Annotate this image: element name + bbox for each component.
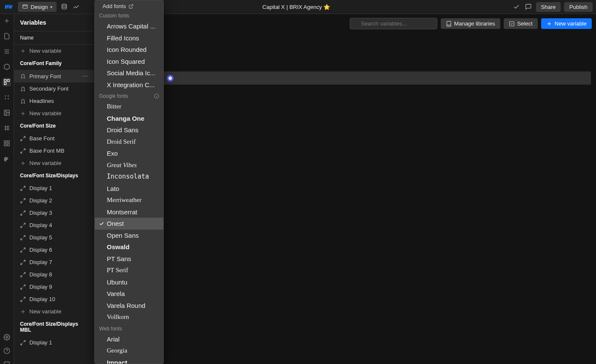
- font-option[interactable]: Changa One: [95, 113, 163, 125]
- svg-rect-8: [4, 80, 6, 82]
- font-option[interactable]: Varela Round: [95, 300, 163, 312]
- svg-line-38: [23, 186, 25, 188]
- variable-row[interactable]: Display 9: [14, 281, 94, 293]
- variable-row[interactable]: Primary Font⋯: [14, 70, 94, 82]
- font-group-google: Google fonts: [95, 91, 163, 101]
- svg-line-33: [21, 139, 23, 141]
- assets-icon[interactable]: [3, 108, 11, 117]
- font-option[interactable]: Oswald: [95, 241, 163, 253]
- database-icon[interactable]: [60, 3, 68, 11]
- font-option[interactable]: Vollkorn: [95, 311, 163, 323]
- font-option[interactable]: X Integration C...: [95, 79, 163, 91]
- variable-row[interactable]: Display 1: [14, 182, 94, 194]
- font-option[interactable]: Exo: [95, 148, 163, 159]
- font-option[interactable]: Ubuntu: [95, 276, 163, 288]
- panel-title: Variables: [14, 14, 94, 31]
- styles-icon[interactable]: [3, 93, 11, 102]
- font-option[interactable]: Filled Icons: [95, 32, 163, 44]
- variable-row[interactable]: Display 8: [14, 268, 94, 281]
- new-variable-row[interactable]: New variable: [14, 45, 94, 57]
- add-fonts-link[interactable]: Add fonts: [95, 0, 163, 10]
- font-group-web: Web fonts: [95, 323, 163, 333]
- svg-line-60: [23, 340, 25, 342]
- svg-point-16: [6, 111, 7, 113]
- font-dropdown: Add fonts Custom fonts Arrows Capital ..…: [94, 0, 164, 364]
- svg-point-2: [62, 4, 67, 6]
- font-option[interactable]: Social Media Ic...: [95, 67, 163, 79]
- font-option[interactable]: Varela: [95, 288, 163, 300]
- new-variable-row[interactable]: New variable: [14, 157, 94, 169]
- select-button[interactable]: Select: [504, 18, 538, 29]
- variables-icon[interactable]: [3, 78, 11, 86]
- font-option[interactable]: Droid Sans: [95, 124, 163, 136]
- variable-row[interactable]: Base Font MB: [14, 145, 94, 157]
- pages-icon[interactable]: [3, 32, 11, 40]
- add-icon[interactable]: [3, 17, 11, 25]
- design-mode-button[interactable]: Design ▾: [18, 2, 57, 12]
- svg-rect-20: [4, 144, 6, 146]
- variable-row[interactable]: Display 6: [14, 244, 94, 256]
- font-option[interactable]: Impact: [95, 357, 163, 364]
- new-variable-row[interactable]: New variable: [14, 107, 94, 119]
- components-icon[interactable]: [3, 63, 11, 71]
- font-option[interactable]: PT Sans: [95, 253, 163, 265]
- navigator-icon[interactable]: [3, 47, 11, 56]
- apps-icon[interactable]: [3, 139, 11, 148]
- font-option[interactable]: Arrows Capital ...: [95, 20, 163, 32]
- svg-rect-0: [23, 5, 28, 8]
- variable-row[interactable]: Display 2: [14, 194, 94, 207]
- variable-row[interactable]: Display 1: [14, 336, 94, 349]
- font-option[interactable]: Arial: [95, 333, 163, 345]
- font-option[interactable]: Icon Squared: [95, 56, 163, 68]
- font-option[interactable]: Great Vibes: [95, 159, 163, 171]
- svg-line-54: [23, 284, 25, 286]
- variable-row[interactable]: Display 5: [14, 231, 94, 244]
- manage-libraries-button[interactable]: Manage libraries: [441, 18, 500, 29]
- publish-button[interactable]: Publish: [564, 2, 593, 12]
- help-icon[interactable]: [3, 347, 11, 354]
- font-option[interactable]: Georgia: [95, 345, 163, 357]
- variable-group-header: Core/Font Size/Displays: [14, 169, 94, 182]
- variable-row[interactable]: Base Font: [14, 132, 94, 145]
- check-icon[interactable]: [512, 3, 521, 11]
- canvas: Manage libraries Select New variable: [94, 14, 596, 364]
- analytics-icon[interactable]: [72, 3, 80, 11]
- font-option[interactable]: Onest: [95, 218, 163, 230]
- settings-icon[interactable]: [3, 334, 11, 341]
- more-icon[interactable]: ⋯: [82, 73, 88, 80]
- search-input[interactable]: [350, 18, 437, 29]
- webflow-logo-icon[interactable]: [3, 1, 14, 12]
- new-variable-row[interactable]: New variable: [14, 305, 94, 318]
- code-icon[interactable]: {F: [3, 154, 11, 163]
- font-option[interactable]: Open Sans: [95, 230, 163, 242]
- svg-line-47: [21, 238, 23, 240]
- font-option[interactable]: Bitter: [95, 101, 163, 113]
- share-button[interactable]: Share: [536, 2, 561, 12]
- font-group-custom: Custom fonts: [95, 10, 163, 20]
- cms-icon[interactable]: [3, 124, 11, 132]
- variables-panel: Variables Name New variableCore/Font Fam…: [14, 14, 94, 364]
- variable-row[interactable]: Display 7: [14, 256, 94, 268]
- font-option[interactable]: Droid Serif: [95, 136, 163, 148]
- svg-line-34: [23, 148, 25, 150]
- font-option[interactable]: Merriweather: [95, 194, 163, 206]
- chevron-down-icon: ▾: [50, 5, 52, 9]
- font-option[interactable]: Inconsolata: [95, 171, 163, 183]
- variable-row[interactable]: Secondary Font: [14, 82, 94, 95]
- variable-row[interactable]: Display 4: [14, 219, 94, 231]
- font-option[interactable]: Icon Rounded: [95, 44, 163, 56]
- font-option[interactable]: Lato: [95, 183, 163, 195]
- svg-line-44: [23, 223, 25, 225]
- variable-row[interactable]: Display 10: [14, 293, 94, 305]
- svg-line-50: [23, 260, 25, 262]
- font-option[interactable]: Montserrat: [95, 206, 163, 218]
- font-option[interactable]: PT Serif: [95, 264, 163, 276]
- svg-line-45: [21, 226, 23, 228]
- new-variable-button[interactable]: New variable: [541, 18, 592, 29]
- audit-icon[interactable]: [3, 361, 11, 364]
- comment-icon[interactable]: [524, 3, 533, 11]
- variable-row[interactable]: Display 3: [14, 207, 94, 219]
- variable-row[interactable]: Headlines: [14, 95, 94, 107]
- info-icon[interactable]: [154, 94, 159, 99]
- variable-value-row[interactable]: [94, 71, 591, 85]
